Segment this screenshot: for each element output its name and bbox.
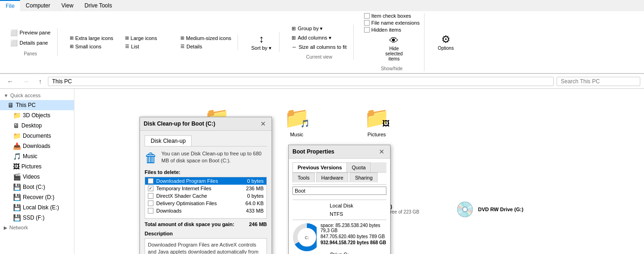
add-columns-btn[interactable]: ⊞ Add columns ▾ <box>290 34 348 42</box>
props-title: Boot Properties <box>292 148 334 155</box>
music-folder-icon: 📁 🎵 <box>284 106 310 130</box>
cleanup-file-item-0[interactable]: Downloaded Program Files 0 bytes <box>145 177 266 185</box>
cleanup-tab-bar: Disk Clean-up <box>145 135 267 147</box>
this-pc-icon: 🖥 <box>7 101 14 109</box>
description-text: Downloaded Program Files are ActiveX con… <box>145 238 267 254</box>
ribbon: File Computer View Drive Tools ⬜ Preview… <box>0 0 644 74</box>
sidebar-item-videos[interactable]: 🎬 Videos <box>0 172 74 182</box>
props-name-input[interactable] <box>292 187 386 195</box>
props-tab-sharing[interactable]: Sharing <box>350 173 378 182</box>
file-checkbox-0[interactable] <box>148 178 153 184</box>
sort-by-btn[interactable]: ↕ Sort by ▾ <box>248 32 274 52</box>
file-item-music[interactable]: 📁 🎵 Music <box>278 106 315 137</box>
list-btn[interactable]: ☰ List <box>123 43 178 50</box>
sidebar-item-boot-c[interactable]: 💾 Boot (C:) <box>0 182 74 192</box>
file-checkbox-4[interactable] <box>148 208 153 214</box>
music-file-label: Music <box>290 132 304 137</box>
options-btn[interactable]: ⚙ Options <box>435 33 456 52</box>
desktop-icon: 🖥 <box>13 122 20 129</box>
ssd-f-icon: 💾 <box>13 214 21 221</box>
file-label-1: Temporary Internet Files <box>156 186 212 191</box>
ribbon-group-layout: ⊞ Extra large icons ⊞ Large icons ⊞ Medi… <box>63 34 239 50</box>
sidebar-label-downloads: Downloads <box>23 143 50 149</box>
props-free-space: space: 85.238.538.240 bytes 79,3 GB <box>320 223 386 233</box>
file-amount-4: 433 MB <box>246 208 264 214</box>
file-name-extensions-checkbox[interactable] <box>364 20 370 26</box>
file-item-pictures[interactable]: 📁 🖼 Pictures <box>358 106 395 137</box>
back-btn[interactable]: ← <box>4 76 17 87</box>
extra-large-icons-btn[interactable]: ⊞ Extra large icons <box>68 34 122 42</box>
music-icon: 🎵 <box>13 153 21 160</box>
cleanup-file-item-3[interactable]: Delivery Optimisation Files 64.0 KB <box>145 200 266 207</box>
sidebar-item-downloads[interactable]: 📥 Downloads <box>0 141 74 151</box>
forward-btn[interactable]: → <box>20 76 33 87</box>
item-checkboxes-toggle[interactable]: Item check boxes <box>364 13 420 19</box>
sidebar-item-desktop[interactable]: 🖥 Desktop <box>0 120 74 131</box>
dvd-drive-item[interactable]: 💿 DVD RW Drive (G:) <box>456 201 524 218</box>
sidebar-item-local-e[interactable]: 💾 Local Disk (E:) <box>0 202 74 213</box>
dvd-drive-label: DVD RW Drive (G:) <box>478 207 524 212</box>
group-by-btn[interactable]: ⊞ Group by ▾ <box>290 25 348 33</box>
sidebar-section-network[interactable]: ▶ Network <box>0 223 74 232</box>
props-tab-previous[interactable]: Previous Versions <box>292 162 347 172</box>
network-arrow: ▶ <box>4 225 7 230</box>
tab-view[interactable]: View <box>56 0 79 11</box>
small-icons-btn[interactable]: ⊞ Small icons <box>68 43 122 50</box>
tab-file[interactable]: File <box>0 0 20 11</box>
pictures-folder-icon: 📁 🖼 <box>364 106 390 130</box>
main-layout: ▼ Quick access 🖥 This PC 📁 3D Objects 🖥 … <box>0 89 644 254</box>
cleanup-file-item-4[interactable]: Downloads 433 MB <box>145 207 266 214</box>
size-all-columns-btn[interactable]: ↔ Size all columns to fit <box>290 43 348 51</box>
cleanup-titlebar: Disk Clean-up for Boot (C:) ✕ <box>140 117 272 131</box>
file-checkbox-3[interactable] <box>148 201 153 206</box>
props-tab-hardware[interactable]: Hardware <box>316 173 349 182</box>
panes-label: Panes <box>24 51 37 56</box>
props-close-btn[interactable]: ✕ <box>377 148 386 155</box>
videos-icon: 🎬 <box>13 173 21 180</box>
space-gain-row: Total amount of disk space you gain: 246… <box>145 221 267 227</box>
hide-selected-btn[interactable]: 👁 Hide selected items <box>377 34 411 62</box>
cleanup-tab-main[interactable]: Disk Clean-up <box>145 135 192 146</box>
description-label: Description <box>145 231 267 236</box>
medium-icons-btn[interactable]: ⊞ Medium-sized icons <box>179 34 233 42</box>
cleanup-file-item-2[interactable]: DirectX Shader Cache 0 bytes <box>145 192 266 200</box>
sidebar-item-this-pc[interactable]: 🖥 This PC <box>0 100 74 110</box>
details-pane-btn[interactable]: ⬜ Details pane <box>8 39 53 47</box>
sidebar-item-pictures[interactable]: 🖼 Pictures <box>0 161 74 172</box>
props-tab-quota[interactable]: Quota <box>346 162 371 172</box>
address-input[interactable] <box>48 77 554 86</box>
file-label-4: Downloads <box>156 208 181 214</box>
file-checkbox-2[interactable] <box>148 193 153 199</box>
up-btn[interactable]: ↑ <box>35 76 45 87</box>
search-input[interactable] <box>557 77 640 86</box>
sidebar-item-3d-objects[interactable]: 📁 3D Objects <box>0 110 74 120</box>
tab-drive-tools[interactable]: Drive Tools <box>79 0 118 11</box>
cleanup-close-btn[interactable]: ✕ <box>259 120 268 127</box>
item-checkboxes-checkbox[interactable] <box>364 13 370 19</box>
sidebar-item-music[interactable]: 🎵 Music <box>0 151 74 161</box>
sidebar-label-recover-d: Recover (D:) <box>23 194 54 201</box>
props-fs-value: NTFS <box>330 211 343 217</box>
hidden-items-checkbox[interactable] <box>364 27 370 33</box>
file-amount-2: 0 bytes <box>247 193 264 199</box>
sidebar-label-music: Music <box>23 153 37 160</box>
boot-c-icon: 💾 <box>13 183 21 191</box>
tab-computer[interactable]: Computer <box>20 0 56 11</box>
preview-pane-btn[interactable]: ⬜ Preview pane <box>8 28 53 37</box>
ribbon-group-options: ⚙ Options <box>430 33 461 52</box>
props-tab-bar: Previous Versions Quota <box>292 162 386 173</box>
large-icons-btn[interactable]: ⊞ Large icons <box>123 34 178 42</box>
sidebar-item-ssd-f[interactable]: 💾 SSD (F:) <box>0 213 74 223</box>
sidebar-label-ssd-f: SSD (F:) <box>23 214 45 221</box>
sidebar-item-recover-d[interactable]: 💾 Recover (D:) <box>0 192 74 202</box>
props-tab-tools[interactable]: Tools <box>292 173 315 182</box>
sidebar-section-quick-access[interactable]: ▼ Quick access <box>0 91 74 100</box>
details-btn[interactable]: ☰ Details <box>179 43 233 50</box>
sidebar-item-documents[interactable]: 📁 Documents <box>0 131 74 141</box>
cleanup-file-item-1[interactable]: Temporary Internet Files 236 MB <box>145 185 266 192</box>
pictures-file-label: Pictures <box>367 132 386 137</box>
file-checkbox-1[interactable] <box>148 186 153 191</box>
hidden-items-toggle[interactable]: Hidden items <box>364 27 420 33</box>
file-name-extensions-toggle[interactable]: File name extensions <box>364 20 420 26</box>
file-label-0: Downloaded Program Files <box>156 178 218 184</box>
